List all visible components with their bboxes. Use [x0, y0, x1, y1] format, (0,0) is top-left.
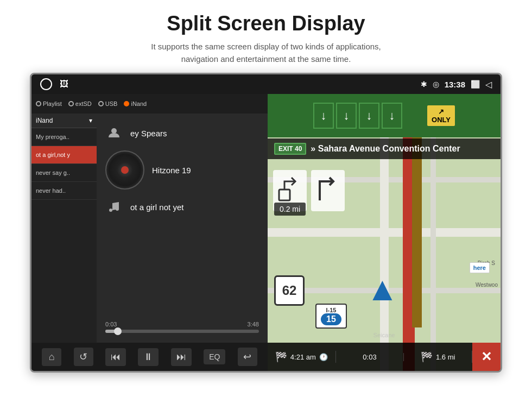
turn-icon-right	[311, 170, 345, 211]
svg-rect-3	[279, 190, 290, 200]
next-button[interactable]: ⏭	[171, 348, 192, 366]
flag-icon-2: 🏁	[421, 351, 433, 363]
playlist-source-label: iNand	[36, 117, 53, 124]
playlist-item-1[interactable]: My preroga..	[31, 128, 97, 146]
distance-text: 0.2 mi	[280, 205, 300, 213]
source-usb[interactable]: USB	[98, 100, 118, 107]
album-row: Hitzone 19	[105, 150, 259, 190]
extsd-radio	[68, 101, 74, 106]
media-panel: Playlist extSD USB iNand	[31, 94, 268, 371]
nav-arrow-4: ↓	[382, 103, 402, 129]
inand-radio	[124, 101, 129, 106]
media-content: iNand ▾ My preroga.. ot a girl,not y nev…	[31, 114, 268, 343]
nav-close-button[interactable]: ✕	[472, 343, 501, 371]
progress-area: 0:03 3:48	[105, 317, 259, 337]
track-info: ey Spears Hitzone 19	[105, 124, 259, 216]
highway-number: 15	[321, 313, 341, 325]
track-row: ot a girl not yet	[105, 198, 259, 216]
playlist-radio	[36, 101, 41, 106]
playlist-label: Playlist	[43, 100, 62, 107]
page-header: Split Screen Display It supports the sam…	[0, 0, 532, 73]
playlist-item-3[interactable]: never say g..	[31, 164, 97, 182]
exit-text: » Sahara Avenue Convention Center	[311, 144, 460, 154]
svg-point-0	[111, 128, 117, 134]
page-wrapper: Split Screen Display It supports the sam…	[0, 0, 532, 373]
time-total: 3:48	[248, 321, 259, 327]
speed-limit-badge: 62	[274, 275, 305, 306]
status-left: 🖼	[40, 78, 68, 90]
nav-direction-arrow	[372, 281, 392, 300]
back-button[interactable]: ↩	[238, 348, 257, 366]
svg-point-1	[109, 209, 112, 212]
dropdown-arrow-icon: ▾	[89, 117, 92, 124]
eq-button[interactable]: EQ	[204, 349, 225, 364]
device-frame: 🖼 ✱ ◎ 13:38 ⬜ ◁ Playlist	[30, 73, 502, 373]
progress-times: 0:03 3:48	[105, 321, 259, 327]
here-logo: here	[470, 262, 490, 273]
status-time: 13:38	[445, 80, 465, 89]
vinyl-center	[121, 166, 129, 174]
road-label-west: Westwoo	[476, 282, 498, 288]
music-note-icon	[105, 198, 123, 216]
page-title: Split Screen Display	[0, 12, 532, 35]
brown-road	[412, 137, 422, 327]
eta-time: 4:21 am	[290, 353, 316, 361]
prev-button[interactable]: ⏮	[105, 348, 126, 366]
usb-radio	[98, 101, 104, 106]
nav-arrow-2: ↓	[336, 103, 357, 129]
highway-label: I-15	[326, 307, 336, 313]
source-inand[interactable]: iNand	[124, 100, 147, 107]
progress-thumb[interactable]	[114, 327, 122, 335]
exit-banner: EXIT 40 » Sahara Avenue Convention Cente…	[268, 138, 501, 159]
inand-label: iNand	[131, 100, 147, 107]
time-current: 0:03	[105, 321, 117, 327]
playlist-item-4[interactable]: never had..	[31, 182, 97, 200]
only-text: ONLY	[432, 116, 451, 124]
status-right: ✱ ◎ 13:38 ⬜ ◁	[421, 79, 492, 90]
back-icon: ◁	[485, 79, 492, 90]
direction-sign: ↓ ↓ ↓ ↓ ↗ ONLY	[268, 94, 501, 137]
nav-bottom-bar: 🏁 4:21 am 🕐 0:03 🏁 1.6 mi ✕	[268, 343, 501, 371]
speed-number: 62	[282, 283, 297, 298]
playlist-item-2[interactable]: ot a girl,not y	[31, 146, 97, 164]
person-icon	[105, 124, 123, 142]
nav-distance-remaining: 🏁 1.6 mi	[404, 351, 472, 363]
flag-icon-1: 🏁	[275, 351, 287, 363]
clock-icon: 🕐	[319, 353, 328, 361]
progress-bar[interactable]	[105, 330, 259, 333]
source-playlist[interactable]: Playlist	[36, 100, 62, 107]
source-bar: Playlist extSD USB iNand	[31, 94, 268, 114]
artist-row: ey Spears	[105, 124, 259, 142]
page-subtitle: It supports the same screen display of t…	[0, 41, 532, 65]
bluetooth-icon: ✱	[421, 80, 427, 89]
extsd-label: extSD	[75, 100, 92, 107]
play-pause-button[interactable]: ⏸	[138, 348, 159, 366]
source-extsd[interactable]: extSD	[68, 100, 92, 107]
album-name: Hitzone 19	[152, 166, 191, 175]
controls-bar: ⌂ ↺ ⏮ ⏸ ⏭ EQ ↩	[31, 343, 268, 371]
time-remaining: 0:03	[363, 353, 376, 361]
now-playing-area: ey Spears Hitzone 19	[97, 114, 268, 343]
home-circle-icon	[40, 78, 52, 90]
watermark: Seicane	[373, 332, 395, 338]
only-sign: ↗ ONLY	[427, 105, 455, 126]
split-screen: Playlist extSD USB iNand	[31, 94, 501, 371]
navigation-panel: Birch S Westwoo ↓ ↓ ↓ ↓ ↗ ONLY	[268, 94, 501, 371]
nav-time-remaining: 0:03	[336, 353, 404, 361]
status-bar: 🖼 ✱ ◎ 13:38 ⬜ ◁	[31, 74, 501, 94]
highway-badge: I-15 15	[315, 304, 347, 329]
distance-badge: 0.2 mi	[274, 203, 306, 216]
svg-point-2	[116, 207, 119, 211]
nav-arrows: ↓ ↓ ↓ ↓	[313, 103, 402, 129]
distance-remaining: 1.6 mi	[436, 353, 455, 361]
nav-arrow-3: ↓	[359, 103, 379, 129]
nav-eta: 🏁 4:21 am 🕐	[268, 351, 336, 363]
window-icon: ⬜	[471, 80, 480, 89]
home-button[interactable]: ⌂	[42, 348, 61, 366]
track-name: ot a girl not yet	[130, 203, 183, 212]
repeat-button[interactable]: ↺	[74, 348, 93, 366]
playlist-header[interactable]: iNand ▾	[31, 114, 97, 128]
playlist-sidebar: iNand ▾ My preroga.. ot a girl,not y nev…	[31, 114, 97, 343]
location-icon: ◎	[433, 80, 439, 89]
nav-arrow-1: ↓	[313, 103, 334, 129]
